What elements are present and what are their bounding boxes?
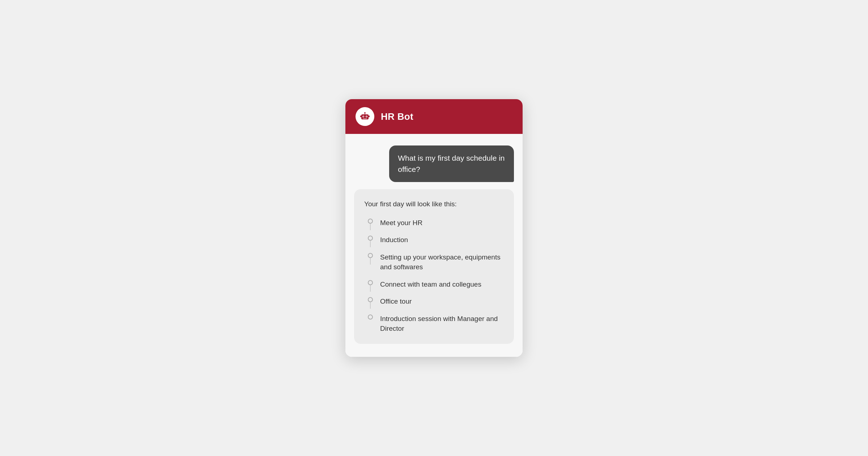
bot-icon — [359, 111, 371, 122]
svg-point-3 — [363, 116, 363, 117]
list-item: Introduction session with Manager and Di… — [367, 313, 504, 334]
svg-point-4 — [366, 116, 367, 117]
schedule-item-label: Connect with team and collegues — [380, 279, 481, 296]
chat-window: HR Bot What is my first day schedule in … — [345, 99, 523, 357]
chat-title: HR Bot — [381, 111, 413, 122]
schedule-list: Meet your HR Induction Setti — [364, 217, 504, 334]
timeline-line — [370, 258, 371, 265]
timeline-connector — [367, 252, 374, 265]
schedule-item-label: Office tour — [380, 296, 412, 313]
schedule-item-label: Induction — [380, 234, 408, 252]
timeline-dot — [368, 253, 373, 258]
svg-point-7 — [364, 112, 366, 114]
timeline-dot — [368, 297, 373, 302]
timeline-line — [370, 285, 371, 292]
svg-rect-8 — [360, 115, 361, 117]
bot-response-bubble: Your first day will look like this: Meet… — [354, 189, 514, 344]
timeline-connector — [367, 313, 374, 320]
list-item: Setting up your workspace, equipments an… — [367, 252, 504, 279]
list-item: Office tour — [367, 296, 504, 313]
svg-rect-5 — [363, 118, 367, 119]
timeline-dot — [368, 314, 373, 320]
schedule-item-label: Introduction session with Manager and Di… — [380, 313, 504, 334]
timeline-connector — [367, 234, 374, 247]
timeline-line — [370, 224, 371, 230]
schedule-item-label: Setting up your workspace, equipments an… — [380, 252, 504, 279]
list-item: Connect with team and collegues — [367, 279, 504, 296]
timeline-dot — [368, 236, 373, 241]
avatar — [356, 107, 374, 126]
timeline-line — [370, 302, 371, 309]
user-message-wrapper: What is my first day schedule in office? — [354, 145, 514, 182]
chat-body: What is my first day schedule in office?… — [345, 134, 523, 357]
schedule-item-label: Meet your HR — [380, 217, 422, 235]
timeline-connector — [367, 217, 374, 230]
bot-response-intro: Your first day will look like this: — [364, 199, 504, 209]
user-message: What is my first day schedule in office? — [389, 145, 514, 182]
list-item: Meet your HR — [367, 217, 504, 235]
timeline-connector — [367, 296, 374, 309]
svg-rect-9 — [369, 115, 370, 117]
list-item: Induction — [367, 234, 504, 252]
timeline-dot — [368, 280, 373, 285]
chat-header: HR Bot — [345, 99, 523, 134]
timeline-line — [370, 241, 371, 247]
timeline-dot — [368, 219, 373, 224]
timeline-connector — [367, 279, 374, 292]
